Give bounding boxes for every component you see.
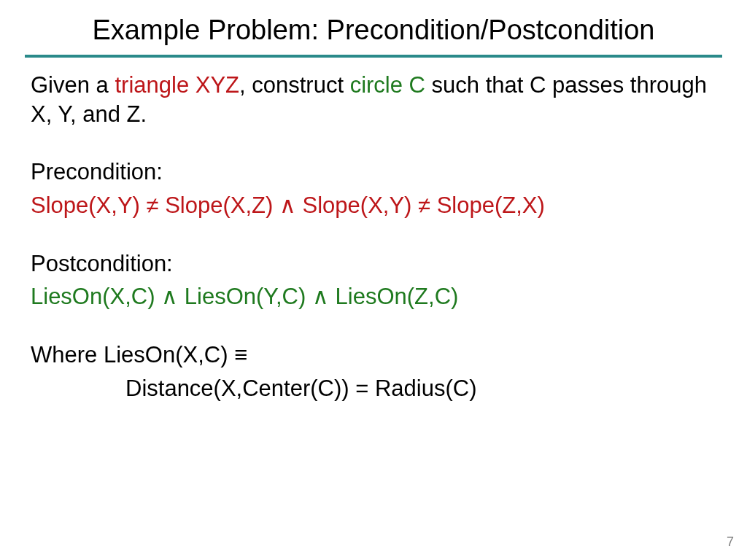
spacer xyxy=(31,316,716,341)
slide-body: Given a triangle XYZ, construct circle C… xyxy=(0,58,747,402)
circle-c: circle C xyxy=(350,72,425,98)
slide: Example Problem: Precondition/Postcondit… xyxy=(0,0,747,560)
precondition-label: Precondition: xyxy=(31,158,716,187)
intro-pre: Given a xyxy=(31,72,115,98)
page-number: 7 xyxy=(727,534,734,550)
slide-title: Example Problem: Precondition/Postcondit… xyxy=(0,0,747,55)
triangle-xyz: triangle XYZ xyxy=(115,72,239,98)
where-line: Where LiesOn(X,C) ≡ xyxy=(31,341,716,370)
postcondition-expression: LiesOn(X,C) ∧ LiesOn(Y,C) ∧ LiesOn(Z,C) xyxy=(31,282,716,311)
postcondition-label: Postcondition: xyxy=(31,249,716,279)
problem-statement: Given a triangle XYZ, construct circle C… xyxy=(31,71,716,128)
spacer xyxy=(31,133,716,158)
definition-line: Distance(X,Center(C)) = Radius(C) xyxy=(31,374,716,403)
spacer xyxy=(31,225,716,249)
precondition-expression: Slope(X,Y) ≠ Slope(X,Z) ∧ Slope(X,Y) ≠ S… xyxy=(31,191,716,220)
intro-mid: , construct xyxy=(239,72,350,98)
